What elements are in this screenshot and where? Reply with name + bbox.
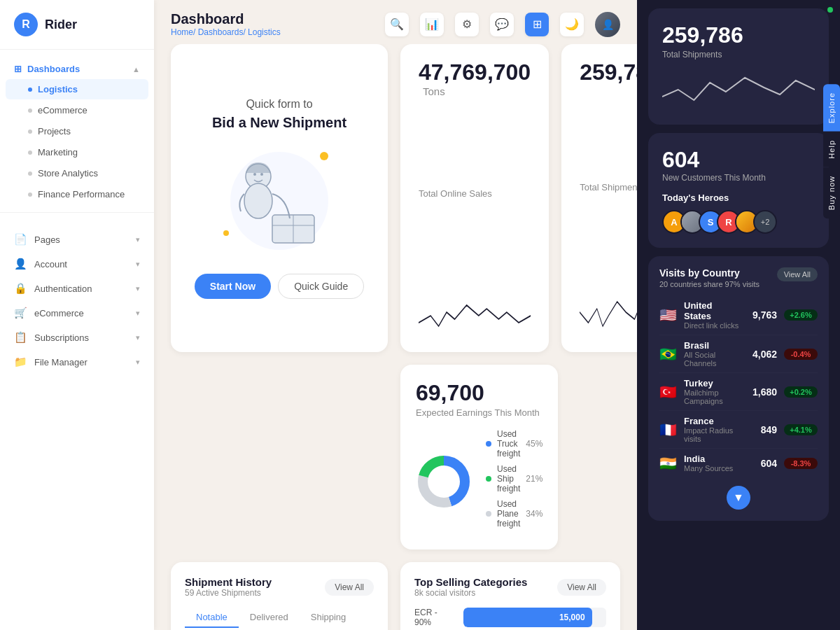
top-grid: Quick form to Bid a New Shipment [171, 44, 620, 352]
help-button[interactable]: Help [823, 132, 840, 167]
quick-guide-button[interactable]: Quick Guide [278, 274, 364, 299]
country-name-br: Brasil [684, 340, 742, 351]
top-selling-card: Top Selling Categories 8k social visitor… [400, 562, 620, 630]
sidebar-item-marketing[interactable]: Marketing [6, 142, 148, 162]
sidebar-item-projects[interactable]: Projects [6, 121, 148, 141]
dark-panel-inner: 259,786 Total Shipments 604 New Customer… [637, 0, 840, 529]
earnings-card: 69,700 Expected Earnings This Month [400, 365, 558, 550]
country-name-us: United States [684, 300, 742, 321]
truck-label: Used Truck freight [497, 429, 520, 458]
country-visits-tr: 1,680 [749, 386, 777, 398]
page-title: Dashboard [171, 11, 281, 27]
dashboards-section: ⊞ Dashboards ▲ Logistics eCommerce Proje… [0, 50, 154, 208]
search-button[interactable]: 🔍 [385, 13, 409, 36]
freight-legend: Used Truck freight 45% Used Ship freight… [486, 429, 542, 534]
shipment-history-card: Shipment History 59 Active Shipments Vie… [171, 562, 388, 630]
logo-area[interactable]: R Rider [0, 0, 154, 50]
shipment-title: Shipment History [185, 576, 272, 588]
country-info-in: India Many Sources [684, 454, 742, 472]
flag-br: 🇧🇷 [659, 346, 677, 363]
truck-dot [486, 441, 491, 447]
breadcrumb-home: Home/ [171, 27, 195, 37]
sidebar-item-label: Projects [38, 126, 71, 136]
earnings-value: 69,700 [416, 380, 484, 405]
shipment-header: Shipment History 59 Active Shipments Vie… [185, 576, 374, 598]
dark-shipments-label: Total Shipments [662, 50, 815, 59]
sidebar-item-logistics[interactable]: Logistics [6, 79, 148, 99]
chevron-icon: ▾ [136, 309, 140, 318]
grid-button[interactable]: ⊞ [525, 13, 549, 36]
ecommerce-icon: 🛒 [14, 307, 27, 319]
country-row-us: 🇺🇸 United States Direct link clicks 9,76… [659, 295, 818, 335]
ship-freight-legend: Used Ship freight 21% [486, 464, 542, 493]
country-change-us: +2.6% [784, 309, 818, 321]
file-manager-icon: 📁 [14, 356, 27, 368]
country-name-in: India [684, 454, 742, 464]
tab-delivered[interactable]: Delivered [239, 608, 300, 628]
buy-now-button[interactable]: Buy now [823, 167, 840, 218]
tab-notable[interactable]: Notable [185, 608, 239, 628]
nav-item-label: File Manager [34, 357, 88, 368]
theme-button[interactable]: 🌙 [560, 13, 584, 36]
shipments-chart [580, 288, 637, 337]
settings-button[interactable]: ⚙ [455, 13, 479, 36]
nav-item-label: Account [34, 259, 67, 270]
dashboards-chevron: ▲ [132, 65, 140, 74]
dashboards-group[interactable]: ⊞ Dashboards ▲ [0, 59, 154, 78]
bar-track-ecr: 15,000 [463, 608, 606, 627]
more-button[interactable]: ▼ [727, 486, 750, 510]
svg-point-6 [253, 173, 256, 176]
bar-chart: ECR - 90% 15,000 FGI - 82% 12,000 [414, 608, 606, 630]
dot-icon [28, 108, 32, 113]
sidebar-item-label: eCommerce [38, 105, 88, 115]
dot-icon [28, 130, 32, 134]
nav-item-account[interactable]: 👤 Account ▾ [0, 252, 154, 276]
sidebar-item-finance-performance[interactable]: Finance Performance [6, 184, 148, 204]
chevron-icon: ▾ [136, 358, 140, 367]
nav-item-file-manager[interactable]: 📁 File Manager ▾ [0, 350, 154, 374]
visits-view-all[interactable]: View All [777, 267, 818, 281]
sidebar-item-store-analytics[interactable]: Store Analytics [6, 163, 148, 183]
selling-view-all[interactable]: View All [557, 579, 606, 596]
start-now-button[interactable]: Start Now [195, 274, 271, 299]
banner-card: Quick form to Bid a New Shipment [171, 44, 388, 352]
chevron-icon: ▾ [136, 284, 140, 293]
pages-icon: 📄 [14, 233, 27, 246]
nav-item-pages[interactable]: 📄 Pages ▾ [0, 227, 154, 251]
country-info-tr: Turkey Mailchimp Campaigns [684, 378, 742, 405]
nav-item-subscriptions[interactable]: 📋 Subscriptions ▾ [0, 326, 154, 349]
truck-freight-legend: Used Truck freight 45% [486, 429, 542, 458]
breadcrumb-parent: Dashboards/ [198, 27, 246, 37]
dot-icon [28, 192, 32, 197]
tab-shipping[interactable]: Shipping [300, 608, 358, 628]
sidebar-item-ecommerce[interactable]: eCommerce [6, 100, 148, 120]
shipment-view-all[interactable]: View All [325, 579, 374, 596]
country-source-fr: Impact Radius visits [684, 426, 742, 443]
country-name-fr: France [684, 416, 742, 426]
visits-title: Visits by Country [659, 267, 760, 279]
main-area: Dashboard Home/ Dashboards/ Logistics 🔍 … [154, 0, 637, 630]
shipment-sub: 59 Active Shipments [185, 588, 272, 598]
country-info-br: Brasil All Social Channels [684, 340, 742, 368]
messages-button[interactable]: 💬 [490, 13, 514, 36]
user-avatar[interactable]: 👤 [595, 12, 620, 37]
logo-icon: R [14, 13, 38, 36]
country-row-in: 🇮🇳 India Many Sources 604 -8.3% [659, 449, 818, 477]
total-sales-card: 47,769,700 Tons Total Online Sales [400, 44, 549, 352]
country-source-tr: Mailchimp Campaigns [684, 388, 742, 405]
country-source-br: All Social Channels [684, 351, 742, 368]
banner-buttons: Start Now Quick Guide [195, 274, 364, 299]
plane-pct: 34% [526, 509, 542, 519]
country-info-us: United States Direct link clicks [684, 300, 742, 330]
nav-item-ecommerce2[interactable]: 🛒 eCommerce ▾ [0, 301, 154, 325]
country-row-tr: 🇹🇷 Turkey Mailchimp Campaigns 1,680 +0.2… [659, 373, 818, 411]
explore-button[interactable]: Explore [823, 84, 840, 132]
plane-label: Used Plane freight [497, 499, 520, 528]
account-icon: 👤 [14, 258, 27, 270]
decoration-dot-top [320, 152, 328, 160]
flag-us: 🇺🇸 [659, 307, 677, 323]
country-source-in: Many Sources [684, 464, 742, 472]
visits-subtitle: 20 countries share 97% visits [659, 280, 760, 288]
nav-item-authentication[interactable]: 🔒 Authentication ▾ [0, 276, 154, 300]
chart-button[interactable]: 📊 [420, 13, 444, 36]
